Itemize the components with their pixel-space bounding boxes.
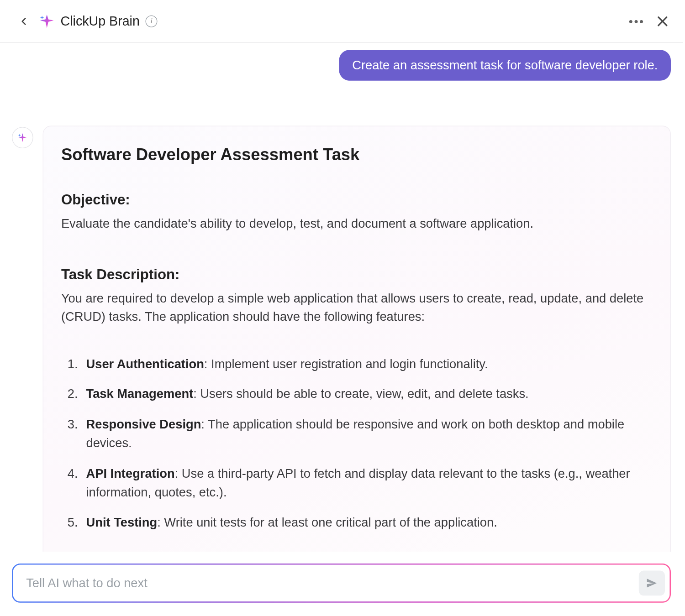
feature-item: User Authentication: Implement user regi… xyxy=(81,355,653,374)
feature-list: User Authentication: Implement user regi… xyxy=(61,355,653,532)
task-description-text: You are required to develop a simple web… xyxy=(61,288,653,326)
clickup-brain-logo-icon xyxy=(39,13,55,29)
response-title: Software Developer Assessment Task xyxy=(61,146,653,165)
header-bar: ClickUp Brain i ••• xyxy=(0,0,683,43)
conversation-area: Create an assessment task for software d… xyxy=(0,43,683,552)
task-description-heading: Task Description: xyxy=(61,266,653,282)
feature-item: Unit Testing: Write unit tests for at le… xyxy=(81,513,653,532)
prompt-input-container xyxy=(12,564,671,603)
close-button[interactable] xyxy=(655,14,669,28)
feature-item: Task Management: Users should be able to… xyxy=(81,384,653,403)
send-button[interactable] xyxy=(639,571,665,596)
ai-response-row: Software Developer Assessment Task Objec… xyxy=(12,126,671,552)
feature-item: Responsive Design: The application shoul… xyxy=(81,414,653,453)
ai-avatar-icon xyxy=(12,127,33,148)
info-button[interactable]: i xyxy=(146,15,158,27)
prompt-input[interactable] xyxy=(26,576,639,590)
more-options-button[interactable]: ••• xyxy=(629,15,645,27)
page-title: ClickUp Brain xyxy=(61,13,140,29)
back-button[interactable] xyxy=(16,14,31,28)
ai-response-card: Software Developer Assessment Task Objec… xyxy=(43,126,671,552)
feature-item: API Integration: Use a third-party API t… xyxy=(81,464,653,502)
objective-heading: Objective: xyxy=(61,192,653,208)
objective-text: Evaluate the candidate's ability to deve… xyxy=(61,214,653,233)
user-message-bubble: Create an assessment task for software d… xyxy=(339,50,671,81)
